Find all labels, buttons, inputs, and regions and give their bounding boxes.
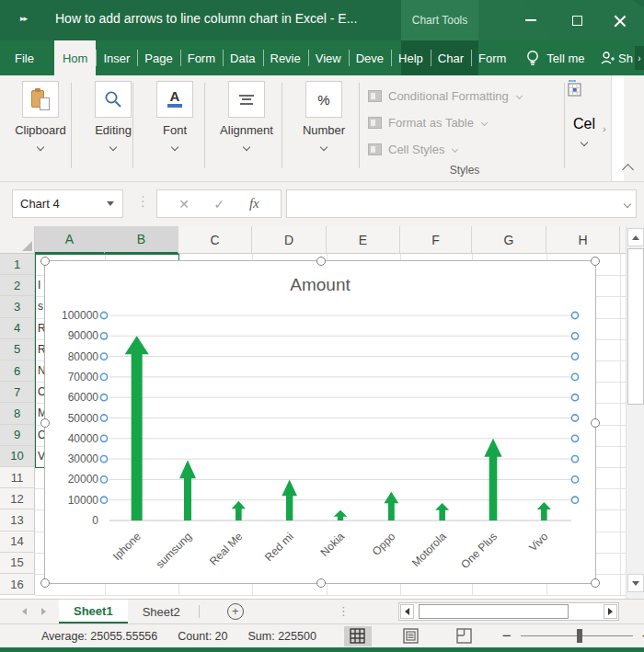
- zoom-out-button[interactable]: −: [502, 627, 512, 646]
- column-header-F[interactable]: F: [400, 226, 472, 254]
- column-header-G[interactable]: G: [472, 226, 546, 254]
- column-header-H[interactable]: H: [546, 226, 620, 254]
- chart-handle-top-middle[interactable]: [316, 257, 326, 266]
- tab-page-2[interactable]: Page: [137, 40, 179, 75]
- confirm-entry-button[interactable]: ✓: [214, 197, 225, 212]
- font-icon-box: A: [156, 81, 193, 118]
- font-underline: [167, 104, 182, 108]
- row-header-9[interactable]: 9: [0, 425, 35, 446]
- tab-file[interactable]: File: [0, 40, 49, 75]
- tab-data-4[interactable]: Data: [223, 40, 262, 75]
- tab-revie-5[interactable]: Revie: [263, 40, 308, 75]
- row-header-14[interactable]: 14: [0, 532, 35, 553]
- group-more-chevron-icon[interactable]: ›: [603, 123, 606, 134]
- formula-input[interactable]: [286, 189, 637, 218]
- next-sheet-icon[interactable]: [41, 608, 46, 615]
- horizontal-scrollbar[interactable]: [398, 602, 619, 621]
- page-layout-view-button[interactable]: [397, 626, 425, 646]
- ribbon-group-font[interactable]: AFont: [136, 79, 213, 154]
- chart-handle-middle-left[interactable]: [40, 418, 50, 428]
- ribbon-right-strip: [611, 75, 624, 181]
- chart-handle-bottom-right[interactable]: [591, 578, 600, 588]
- ribbon-group-alignment[interactable]: Alignment: [208, 79, 285, 154]
- styles-item-conditional-formatting[interactable]: Conditional Formatting: [368, 83, 566, 109]
- vertical-scroll-thumb[interactable]: [627, 248, 644, 405]
- normal-view-button[interactable]: [344, 626, 372, 646]
- name-box[interactable]: Chart 4: [12, 189, 123, 218]
- styles-item-format-as-table[interactable]: Format as Table: [368, 109, 566, 136]
- tab-char-9[interactable]: Char: [431, 40, 471, 75]
- row-header-2[interactable]: 2: [0, 275, 35, 296]
- row-header-8[interactable]: 8: [0, 403, 35, 424]
- scroll-right-button[interactable]: [604, 604, 617, 619]
- insert-function-button[interactable]: fx: [249, 196, 259, 212]
- row-header-10[interactable]: 10: [0, 446, 35, 467]
- tab-view-6[interactable]: View: [308, 40, 349, 75]
- ribbon-group-number[interactable]: %Number: [285, 79, 362, 154]
- row-header-4[interactable]: 4: [0, 318, 35, 339]
- column-header-B[interactable]: B: [105, 226, 178, 254]
- styles-item-cell-styles[interactable]: Cell Styles: [368, 136, 566, 163]
- tell-me-control[interactable]: Tell me: [526, 40, 584, 75]
- cells-group-button[interactable]: Cel: [567, 79, 602, 149]
- scroll-up-button[interactable]: [627, 228, 644, 246]
- chart-handle-top-left[interactable]: [40, 257, 50, 266]
- chart-handle-middle-right[interactable]: [591, 418, 600, 428]
- row-header-5[interactable]: 5: [0, 339, 35, 360]
- row-header-6[interactable]: 6: [0, 360, 35, 382]
- zoom-slider-handle[interactable]: [577, 629, 582, 643]
- chart-object[interactable]: 0100002000030000400005000060000700008000…: [44, 260, 596, 584]
- y-tick-label: 50000: [68, 412, 99, 425]
- row-header-1[interactable]: 1: [0, 254, 35, 275]
- select-all-corner[interactable]: [0, 226, 35, 254]
- column-header-D[interactable]: D: [252, 226, 327, 254]
- row-header-15[interactable]: 15: [0, 553, 35, 574]
- tab-form-3[interactable]: Form: [180, 40, 223, 75]
- scroll-left-button[interactable]: [400, 604, 414, 619]
- chart-handle-bottom-middle[interactable]: [316, 578, 326, 588]
- chart-handle-top-right[interactable]: [591, 257, 600, 266]
- share-control[interactable]: Sh: [600, 40, 633, 75]
- maximize-button[interactable]: [556, 0, 598, 40]
- tab-deve-7[interactable]: Deve: [349, 40, 391, 75]
- chart-handle-bottom-left[interactable]: [40, 578, 50, 588]
- column-header-A[interactable]: A: [35, 226, 105, 254]
- row-header-12[interactable]: 12: [0, 488, 35, 509]
- tab-hom-0[interactable]: Hom: [54, 40, 96, 75]
- styles-item-label: Format as Table: [388, 116, 474, 130]
- tab-form-10[interactable]: Form: [471, 40, 513, 75]
- ribbon-display-options-icon[interactable]: ▸▸: [20, 14, 27, 23]
- row-header-7[interactable]: 7: [0, 382, 35, 403]
- collapse-ribbon-icon[interactable]: [622, 164, 634, 176]
- horizontal-scroll-thumb[interactable]: [419, 604, 569, 619]
- zoom-slider-track[interactable]: [521, 635, 633, 637]
- previous-sheet-icon[interactable]: [22, 608, 27, 615]
- vertical-scrollbar[interactable]: [626, 226, 644, 599]
- column-header-C[interactable]: C: [178, 226, 252, 254]
- page-layout-icon: [403, 628, 419, 644]
- close-button[interactable]: [598, 0, 640, 40]
- row-header-3[interactable]: 3: [0, 296, 35, 317]
- tab-help-8[interactable]: Help: [391, 40, 431, 75]
- row-header-13[interactable]: 13: [0, 509, 35, 531]
- name-box-dropdown-icon[interactable]: [107, 201, 114, 206]
- window-edge-chevron-icon[interactable]: ›: [635, 46, 644, 70]
- axis-marker-left: [100, 395, 107, 401]
- column-header-E[interactable]: E: [327, 226, 400, 254]
- row-header-11[interactable]: 11: [0, 467, 35, 488]
- page-break-preview-button[interactable]: [451, 626, 478, 646]
- scroll-down-button[interactable]: [627, 574, 644, 592]
- minimize-button[interactable]: [510, 0, 552, 40]
- arrow-column-oppo: [384, 492, 398, 520]
- add-sheet-button[interactable]: +: [227, 603, 244, 620]
- group-separator: [204, 83, 205, 168]
- row-header-16[interactable]: 16: [0, 574, 35, 595]
- cancel-entry-button[interactable]: ✕: [178, 197, 190, 212]
- tab-inser-1[interactable]: Inser: [96, 40, 137, 75]
- sheet-tab-sheet1[interactable]: Sheet1: [59, 600, 128, 623]
- ribbon-tab-bar: File HomInserPageFormDataRevieViewDeveHe…: [0, 40, 644, 75]
- expand-formula-bar-icon[interactable]: [624, 200, 631, 208]
- sheet-tab-sheet2[interactable]: Sheet2: [128, 600, 195, 623]
- ribbon-group-clipboard[interactable]: Clipboard: [2, 79, 79, 154]
- chevron-down-icon: [481, 120, 488, 126]
